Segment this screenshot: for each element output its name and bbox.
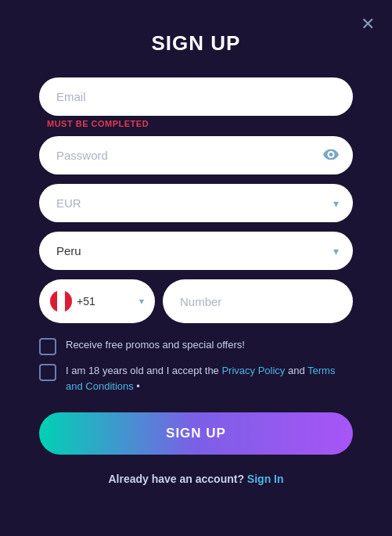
phone-country-wrapper: +51 ▾	[39, 279, 155, 323]
peru-flag-icon	[50, 290, 72, 312]
promo-checkbox-label: Receive free promos and special offers!	[66, 337, 245, 353]
close-button[interactable]: ✕	[361, 16, 375, 33]
currency-select[interactable]: EUR USD GBP	[39, 184, 353, 222]
phone-country-code: +51	[77, 295, 95, 308]
promo-checkbox-row: Receive free promos and special offers!	[39, 337, 353, 355]
phone-number-input[interactable]	[163, 279, 353, 323]
phone-country-button[interactable]: +51 ▾	[39, 279, 155, 323]
signup-form: MUST BE COMPLETED EUR USD GBP ▾ Peru Arg…	[39, 77, 353, 486]
password-wrapper	[39, 136, 353, 174]
email-input[interactable]	[39, 77, 353, 116]
eye-icon[interactable]	[323, 147, 339, 164]
signin-section: Already have an account? Sign In	[39, 472, 353, 486]
terms-checkbox[interactable]	[39, 364, 56, 381]
signup-modal: ✕ SIGN UP MUST BE COMPLETED EUR USD GBP …	[0, 0, 392, 536]
checkboxes-section: Receive free promos and special offers! …	[39, 337, 353, 394]
email-wrapper	[39, 77, 353, 116]
privacy-policy-link[interactable]: Privacy Policy	[221, 365, 285, 376]
terms-checkbox-label: I am 18 years old and I accept the Priva…	[66, 363, 353, 394]
country-select[interactable]: Peru Argentina Chile	[39, 232, 353, 270]
email-error: MUST BE COMPLETED	[39, 119, 353, 128]
currency-wrapper: EUR USD GBP ▾	[39, 184, 353, 222]
phone-number-wrapper	[163, 279, 353, 323]
country-wrapper: Peru Argentina Chile ▾	[39, 232, 353, 270]
phone-row: +51 ▾	[39, 279, 353, 323]
modal-title: SIGN UP	[152, 31, 241, 56]
signin-link[interactable]: Sign In	[247, 473, 284, 485]
phone-chevron-icon: ▾	[139, 296, 144, 307]
promo-checkbox[interactable]	[39, 338, 56, 355]
already-account-text: Already have an account? Sign In	[108, 473, 283, 485]
password-input[interactable]	[39, 136, 353, 174]
signup-button[interactable]: SIGN UP	[39, 412, 353, 455]
terms-checkbox-row: I am 18 years old and I accept the Priva…	[39, 363, 353, 394]
